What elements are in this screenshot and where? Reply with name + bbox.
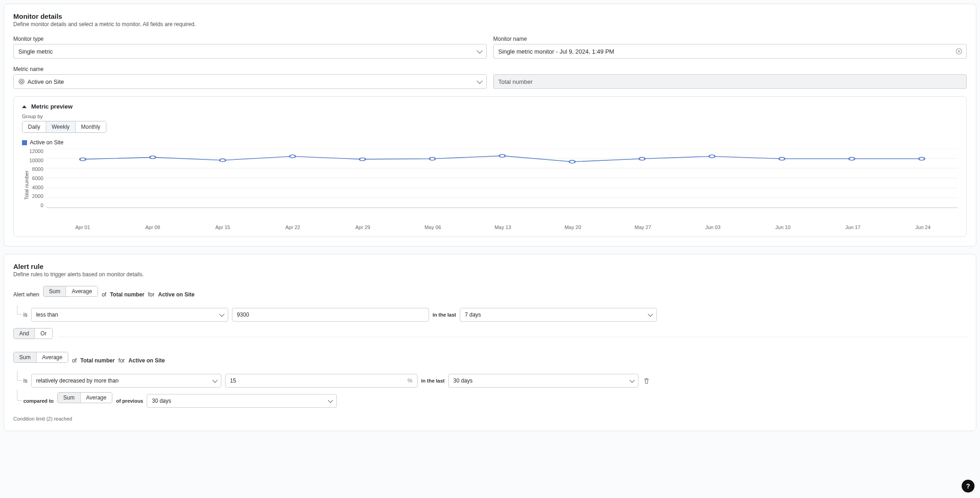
- cond1-agg-average[interactable]: Average: [66, 286, 97, 296]
- monitor-type-select[interactable]: Single metric: [13, 44, 487, 59]
- cond2-measure: Total number: [80, 357, 115, 364]
- svg-point-10: [80, 158, 86, 160]
- svg-point-13: [289, 155, 295, 158]
- joiner-divider: [58, 337, 967, 337]
- cond2-agg-average[interactable]: Average: [37, 352, 68, 362]
- joiner-or[interactable]: Or: [35, 328, 52, 339]
- x-tick-label: Apr 22: [258, 224, 328, 230]
- cond2-in-last-label: in the last: [421, 378, 445, 383]
- cond2-row2: compared to Sum Average of previous 30 d…: [23, 392, 967, 410]
- cond1-metric: Active on Site: [158, 291, 194, 298]
- monitor-type-value: Single metric: [18, 48, 53, 55]
- joiner-segment: And Or: [13, 328, 53, 339]
- compared-agg-sum[interactable]: Sum: [58, 393, 81, 403]
- chevron-up-icon: [22, 105, 27, 108]
- monitor-details-subtitle: Define monitor details and select a metr…: [13, 21, 967, 27]
- cond2-value-input[interactable]: 15 %: [225, 374, 418, 388]
- x-tick-label: May 13: [468, 224, 538, 230]
- compared-agg-average[interactable]: Average: [81, 393, 112, 403]
- percent-unit: %: [407, 378, 413, 384]
- cond2-period-select[interactable]: 30 days: [448, 374, 639, 388]
- x-tick-label: Jun 10: [748, 224, 818, 230]
- svg-point-16: [499, 154, 505, 157]
- cond2-agg-segment: Sum Average: [13, 352, 68, 363]
- metric-chart: Total number 12000 10000 8000 6000 4000 …: [22, 148, 958, 222]
- cond1-comparator-select[interactable]: less than: [31, 308, 228, 322]
- svg-point-15: [429, 157, 435, 160]
- x-tick-label: Apr 01: [48, 224, 118, 230]
- group-by-daily[interactable]: Daily: [22, 121, 46, 132]
- cond1-of-label: of: [102, 291, 106, 298]
- cond2-row1: is relatively decreased by more than 15 …: [23, 374, 967, 388]
- chart-legend: Active on Site: [22, 139, 958, 146]
- metric-agg-spacer: [493, 66, 967, 72]
- alert-rule-subtitle: Define rules to trigger alerts based on …: [13, 271, 967, 278]
- chart-plot-area: [46, 148, 958, 208]
- x-tick-label: Apr 15: [188, 224, 258, 230]
- cond1-is-label: is: [23, 312, 28, 318]
- joiner-and[interactable]: And: [14, 328, 35, 339]
- svg-point-14: [359, 158, 365, 160]
- cond1-in-last-label: in the last: [433, 312, 456, 317]
- svg-point-19: [709, 155, 715, 158]
- svg-point-21: [849, 157, 855, 160]
- group-by-monthly[interactable]: Monthly: [76, 121, 106, 132]
- prev-period-select[interactable]: 30 days: [147, 394, 337, 408]
- metric-name-select[interactable]: Active on Site: [13, 74, 487, 89]
- monitor-name-input[interactable]: Single metric monitor - Jul 9, 2024, 1:4…: [493, 44, 967, 59]
- monitor-name-label: Monitor name: [493, 36, 967, 42]
- cond1-value-input[interactable]: 9300: [232, 308, 429, 322]
- condition-limit-msg: Condition limit (2) reached: [13, 416, 967, 421]
- metric-name-value: Active on Site: [28, 78, 64, 85]
- cond1-header: Alert when Sum Average of Total number f…: [13, 286, 967, 303]
- svg-point-1: [19, 79, 24, 84]
- y-axis-title: Total number: [22, 148, 29, 222]
- group-by-label: Group by: [22, 114, 958, 119]
- metric-preview-toggle[interactable]: Metric preview: [22, 103, 958, 110]
- joiner-row: And Or: [13, 328, 967, 345]
- cond2-of-label: of: [72, 357, 77, 364]
- cond2-header: Sum Average of Total number for Active o…: [13, 352, 967, 369]
- y-axis-ticks: 12000 10000 8000 6000 4000 2000 0: [29, 148, 46, 208]
- group-by-segment: Daily Weekly Monthly: [22, 121, 106, 133]
- legend-label: Active on Site: [30, 139, 63, 146]
- of-previous-label: of previous: [116, 398, 143, 404]
- cond1-agg-sum[interactable]: Sum: [44, 286, 66, 296]
- cond1-measure: Total number: [110, 291, 144, 298]
- alert-rule-panel: Alert rule Define rules to trigger alert…: [4, 254, 976, 431]
- group-by-weekly[interactable]: Weekly: [46, 121, 76, 132]
- svg-point-22: [919, 157, 925, 160]
- metric-agg-readonly: Total number: [493, 74, 967, 89]
- cond1-row: is less than 9300 in the last 7 days: [23, 308, 967, 322]
- clear-icon[interactable]: [955, 48, 963, 55]
- cond1-for-label: for: [148, 291, 154, 298]
- svg-point-17: [569, 160, 575, 163]
- x-tick-label: May 06: [398, 224, 468, 230]
- svg-point-12: [220, 159, 226, 162]
- cond2-comparator-select[interactable]: relatively decreased by more than: [31, 374, 221, 388]
- alert-when-label: Alert when: [13, 291, 39, 298]
- cond2-metric: Active on Site: [128, 357, 165, 364]
- x-tick-label: May 20: [538, 224, 608, 230]
- x-tick-label: Jun 24: [888, 224, 958, 230]
- x-tick-label: Jun 17: [818, 224, 888, 230]
- x-tick-label: May 27: [608, 224, 678, 230]
- metric-preview-box: Metric preview Group by Daily Weekly Mon…: [13, 96, 967, 237]
- cond1-period-select[interactable]: 7 days: [460, 308, 657, 322]
- cond2-for-label: for: [118, 357, 125, 364]
- x-tick-label: Apr 29: [328, 224, 398, 230]
- x-tick-label: Jun 03: [678, 224, 748, 230]
- svg-point-20: [779, 157, 785, 160]
- target-icon: [18, 78, 25, 85]
- cond2-is-label: is: [23, 378, 28, 384]
- x-tick-label: Apr 08: [118, 224, 188, 230]
- compared-agg-segment: Sum Average: [57, 392, 112, 403]
- monitor-details-title: Monitor details: [13, 12, 967, 20]
- cond2-agg-sum[interactable]: Sum: [14, 352, 37, 362]
- trash-icon[interactable]: [642, 377, 650, 385]
- monitor-name-value: Single metric monitor - Jul 9, 2024, 1:4…: [498, 48, 614, 55]
- monitor-type-label: Monitor type: [13, 36, 487, 42]
- metric-preview-title: Metric preview: [31, 103, 72, 110]
- monitor-details-panel: Monitor details Define monitor details a…: [4, 4, 976, 246]
- alert-rule-title: Alert rule: [13, 263, 967, 270]
